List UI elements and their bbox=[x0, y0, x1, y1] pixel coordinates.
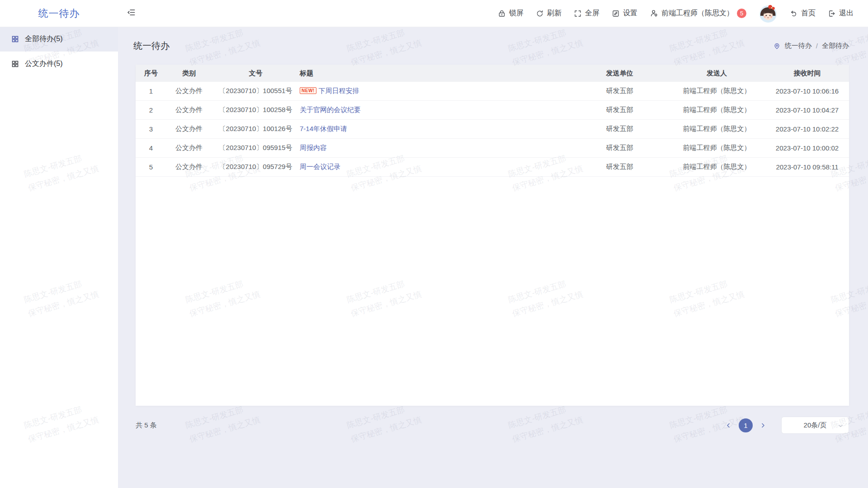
breadcrumb: 统一待办 / 全部待办 bbox=[773, 42, 849, 50]
fullscreen-icon bbox=[574, 9, 582, 18]
cell-category: 公文办件 bbox=[166, 82, 212, 101]
col-index: 序号 bbox=[136, 65, 166, 82]
doc-title-link[interactable]: 关于官网的会议纪要 bbox=[300, 106, 361, 113]
cell-index: 4 bbox=[136, 139, 166, 158]
col-time: 接收时间 bbox=[765, 65, 849, 82]
page-size-select[interactable]: 20条/页 bbox=[781, 417, 849, 434]
table-row: 2 公文办件 〔20230710〕100258号 NEW!关于官网的会议纪要 研… bbox=[136, 101, 849, 120]
menu-fold-icon bbox=[127, 8, 136, 19]
new-badge: NEW! bbox=[300, 87, 316, 94]
avatar[interactable] bbox=[759, 4, 778, 23]
todo-table: 序号 类别 文号 标题 发送单位 发送人 接收时间 1 公文办件 〔202307… bbox=[136, 65, 849, 177]
breadcrumb-root[interactable]: 统一待办 bbox=[785, 42, 812, 50]
settings-label: 设置 bbox=[623, 9, 637, 18]
fullscreen-button[interactable]: 全屏 bbox=[574, 9, 599, 18]
sidebar: 全部待办(5) 公文办件(5) bbox=[0, 27, 118, 488]
page-title: 统一待办 bbox=[133, 40, 170, 52]
app-root: 统一待办 锁屏 bbox=[0, 0, 868, 488]
todo-count-badge: 5 bbox=[737, 9, 746, 18]
lock-screen-label: 锁屏 bbox=[509, 9, 524, 18]
cell-doc-no: 〔20230710〕100258号 bbox=[212, 101, 300, 120]
sidebar-collapse-button[interactable] bbox=[127, 8, 136, 19]
sidebar-item-label: 全部待办(5) bbox=[25, 34, 63, 44]
doc-title-link[interactable]: 下周日程安排 bbox=[319, 87, 359, 94]
cell-unit: 研发五部 bbox=[571, 158, 668, 177]
cell-time: 2023-07-10 10:04:27 bbox=[765, 101, 849, 120]
grid-icon bbox=[11, 35, 19, 43]
sidebar-item-all-todos[interactable]: 全部待办(5) bbox=[0, 27, 118, 52]
cell-doc-no: 〔20230710〕100551号 bbox=[212, 82, 300, 101]
doc-title-link[interactable]: 7-14年休假申请 bbox=[300, 125, 347, 132]
table-row: 4 公文办件 〔20230710〕095915号 NEW!周报内容 研发五部 前… bbox=[136, 139, 849, 158]
refresh-label: 刷新 bbox=[547, 9, 561, 18]
cell-title: NEW!7-14年休假申请 bbox=[300, 120, 571, 139]
settings-icon bbox=[612, 9, 620, 18]
cell-title: NEW!下周日程安排 bbox=[300, 82, 571, 101]
top-header: 统一待办 锁屏 bbox=[0, 0, 868, 27]
cell-title: NEW!周一会议记录 bbox=[300, 158, 571, 177]
col-category: 类别 bbox=[166, 65, 212, 82]
page-size-label: 20条/页 bbox=[804, 421, 827, 430]
user-name-label: 前端工程师（陈思文） bbox=[661, 9, 734, 18]
chevron-down-icon bbox=[838, 423, 844, 429]
grid-icon bbox=[11, 60, 19, 68]
table-row: 5 公文办件 〔20230710〕095729号 NEW!周一会议记录 研发五部… bbox=[136, 158, 849, 177]
cell-category: 公文办件 bbox=[166, 120, 212, 139]
back-home-icon bbox=[790, 9, 798, 18]
cell-sender: 前端工程师（陈思文） bbox=[668, 101, 765, 120]
todo-table-card: 序号 类别 文号 标题 发送单位 发送人 接收时间 1 公文办件 〔202307… bbox=[136, 65, 849, 406]
cell-sender: 前端工程师（陈思文） bbox=[668, 82, 765, 101]
cell-index: 5 bbox=[136, 158, 166, 177]
cell-time: 2023-07-10 10:00:02 bbox=[765, 139, 849, 158]
cell-title: NEW!关于官网的会议纪要 bbox=[300, 101, 571, 120]
page-1-button[interactable]: 1 bbox=[739, 418, 753, 432]
cell-time: 2023-07-10 10:02:22 bbox=[765, 120, 849, 139]
cell-doc-no: 〔20230710〕095915号 bbox=[212, 139, 300, 158]
col-title: 标题 bbox=[300, 65, 571, 82]
pager: 1 20条/页 bbox=[725, 417, 849, 434]
app-logo: 统一待办 bbox=[0, 7, 118, 20]
refresh-button[interactable]: 刷新 bbox=[536, 9, 561, 18]
cell-title: NEW!周报内容 bbox=[300, 139, 571, 158]
next-page-button[interactable] bbox=[760, 422, 766, 429]
logout-icon bbox=[828, 9, 836, 18]
cell-sender: 前端工程师（陈思文） bbox=[668, 120, 765, 139]
cell-time: 2023-07-10 09:58:11 bbox=[765, 158, 849, 177]
table-header-row: 序号 类别 文号 标题 发送单位 发送人 接收时间 bbox=[136, 65, 849, 82]
refresh-icon bbox=[536, 9, 544, 18]
cell-category: 公文办件 bbox=[166, 101, 212, 120]
breadcrumb-current: 全部待办 bbox=[822, 42, 849, 50]
lock-icon bbox=[498, 9, 506, 18]
cell-unit: 研发五部 bbox=[571, 139, 668, 158]
table-row: 3 公文办件 〔20230710〕100126号 NEW!7-14年休假申请 研… bbox=[136, 120, 849, 139]
prev-page-button[interactable] bbox=[725, 422, 732, 429]
home-button[interactable]: 首页 bbox=[790, 9, 816, 18]
cell-doc-no: 〔20230710〕095729号 bbox=[212, 158, 300, 177]
cell-index: 2 bbox=[136, 101, 166, 120]
cell-index: 3 bbox=[136, 120, 166, 139]
cell-unit: 研发五部 bbox=[571, 82, 668, 101]
doc-title-link[interactable]: 周报内容 bbox=[300, 144, 327, 151]
cell-category: 公文办件 bbox=[166, 139, 212, 158]
col-doc-no: 文号 bbox=[212, 65, 300, 82]
user-icon bbox=[650, 9, 658, 18]
cell-sender: 前端工程师（陈思文） bbox=[668, 158, 765, 177]
logout-button[interactable]: 退出 bbox=[828, 9, 854, 18]
col-sender: 发送人 bbox=[668, 65, 765, 82]
table-body: 1 公文办件 〔20230710〕100551号 NEW!下周日程安排 研发五部… bbox=[136, 82, 849, 177]
table-row: 1 公文办件 〔20230710〕100551号 NEW!下周日程安排 研发五部… bbox=[136, 82, 849, 101]
lock-screen-button[interactable]: 锁屏 bbox=[498, 9, 524, 18]
col-unit: 发送单位 bbox=[571, 65, 668, 82]
doc-title-link[interactable]: 周一会议记录 bbox=[300, 163, 340, 170]
content-header: 统一待办 统一待办 / 全部待办 bbox=[118, 27, 868, 65]
cell-doc-no: 〔20230710〕100126号 bbox=[212, 120, 300, 139]
user-menu[interactable]: 前端工程师（陈思文） 5 bbox=[650, 9, 746, 18]
cell-time: 2023-07-10 10:06:16 bbox=[765, 82, 849, 101]
sidebar-item-official-docs[interactable]: 公文办件(5) bbox=[0, 52, 118, 76]
cell-sender: 前端工程师（陈思文） bbox=[668, 139, 765, 158]
cell-index: 1 bbox=[136, 82, 166, 101]
settings-button[interactable]: 设置 bbox=[612, 9, 637, 18]
cell-unit: 研发五部 bbox=[571, 101, 668, 120]
cell-category: 公文办件 bbox=[166, 158, 212, 177]
fullscreen-label: 全屏 bbox=[585, 9, 599, 18]
